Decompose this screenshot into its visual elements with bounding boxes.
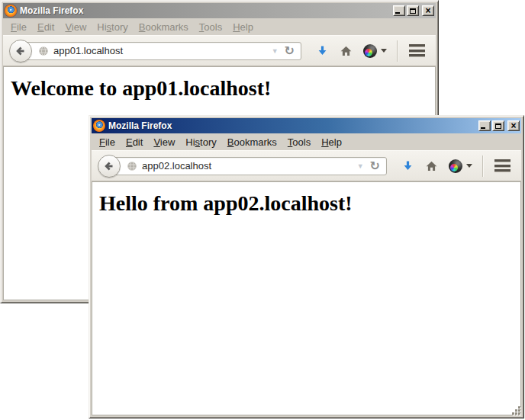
url-bar[interactable]: app02.localhost ▼ ↻ xyxy=(109,157,387,175)
toolbar-buttons xyxy=(396,155,515,177)
site-identity-globe-icon[interactable] xyxy=(127,161,137,172)
maximize-icon xyxy=(495,123,501,129)
menubar: File Edit View History Bookmarks Tools H… xyxy=(92,133,521,150)
firefox-logo-icon xyxy=(93,120,105,132)
menu-help[interactable]: Help xyxy=(316,135,347,149)
navigation-toolbar: app02.localhost ▼ ↻ xyxy=(92,150,521,181)
url-bar[interactable]: app01.localhost ▼ ↻ xyxy=(21,42,301,60)
menu-view[interactable]: View xyxy=(148,135,180,149)
menu-edit[interactable]: Edit xyxy=(32,20,60,34)
page-heading: Hello from app02.localhost! xyxy=(99,191,520,216)
chevron-down-icon xyxy=(466,164,472,168)
close-button[interactable]: × xyxy=(507,120,520,131)
menu-view[interactable]: View xyxy=(60,20,92,34)
download-arrow-icon xyxy=(401,160,414,172)
menubar: File Edit View History Bookmarks Tools H… xyxy=(3,18,436,35)
window-controls: × xyxy=(477,120,520,131)
menu-tools[interactable]: Tools xyxy=(194,20,227,34)
menu-history[interactable]: History xyxy=(92,20,133,34)
colorzilla-button[interactable] xyxy=(449,159,472,173)
download-button[interactable] xyxy=(401,160,414,172)
home-button[interactable] xyxy=(340,45,353,57)
colorzilla-button[interactable] xyxy=(363,44,387,58)
urlbar-dropdown-icon[interactable]: ▼ xyxy=(353,162,369,170)
menu-history[interactable]: History xyxy=(180,135,221,149)
back-button[interactable] xyxy=(98,155,121,178)
navigation-toolbar: app01.localhost ▼ ↻ xyxy=(3,35,436,66)
firefox-logo-icon xyxy=(5,5,17,17)
back-arrow-icon xyxy=(14,45,27,57)
minimize-icon xyxy=(395,12,400,14)
site-identity-globe-icon[interactable] xyxy=(38,46,49,56)
page-content: Hello from app02.localhost! xyxy=(92,181,521,415)
close-button[interactable]: × xyxy=(422,5,434,16)
back-button[interactable] xyxy=(9,40,32,63)
window-title: Mozilla Firefox xyxy=(108,120,477,131)
menu-file[interactable]: File xyxy=(5,20,32,34)
download-button[interactable] xyxy=(316,45,329,57)
chevron-down-icon xyxy=(381,49,387,53)
menu-hamburger-icon[interactable] xyxy=(494,159,511,172)
reload-icon[interactable]: ↻ xyxy=(369,160,382,172)
toolbar-separator xyxy=(397,40,398,62)
menu-bookmarks[interactable]: Bookmarks xyxy=(134,20,194,34)
home-button[interactable] xyxy=(425,160,438,172)
menu-edit[interactable]: Edit xyxy=(121,135,148,149)
maximize-icon xyxy=(410,8,416,14)
menu-tools[interactable]: Tools xyxy=(282,135,316,149)
resize-grip[interactable] xyxy=(512,406,523,417)
close-icon: × xyxy=(425,7,430,14)
toolbar-separator xyxy=(482,155,483,177)
minimize-icon xyxy=(481,127,485,129)
back-arrow-icon xyxy=(103,160,115,172)
toolbar-buttons xyxy=(311,40,430,62)
home-icon xyxy=(425,160,438,172)
color-wheel-icon xyxy=(449,159,462,173)
menu-help[interactable]: Help xyxy=(227,20,259,34)
titlebar[interactable]: Mozilla Firefox × xyxy=(92,118,521,133)
maximize-button[interactable] xyxy=(492,120,504,131)
menu-bookmarks[interactable]: Bookmarks xyxy=(222,135,282,149)
download-arrow-icon xyxy=(316,45,329,57)
reload-icon[interactable]: ↻ xyxy=(283,45,296,57)
url-text: app01.localhost xyxy=(53,45,267,56)
page-heading: Welcome to app01.localhost! xyxy=(11,76,435,101)
window-controls: × xyxy=(391,5,434,16)
minimize-button[interactable] xyxy=(478,120,491,131)
maximize-button[interactable] xyxy=(407,5,419,16)
home-icon xyxy=(340,45,353,57)
close-icon: × xyxy=(511,122,516,130)
firefox-window-app02[interactable]: Mozilla Firefox × File Edit View History… xyxy=(89,115,524,418)
minimize-button[interactable] xyxy=(393,5,405,16)
url-text: app02.localhost xyxy=(142,160,353,172)
menu-hamburger-icon[interactable] xyxy=(409,44,425,57)
urlbar-dropdown-icon[interactable]: ▼ xyxy=(267,47,283,55)
titlebar[interactable]: Mozilla Firefox × xyxy=(3,3,436,18)
window-title: Mozilla Firefox xyxy=(20,5,391,16)
menu-file[interactable]: File xyxy=(94,135,121,149)
color-wheel-icon xyxy=(363,44,377,58)
